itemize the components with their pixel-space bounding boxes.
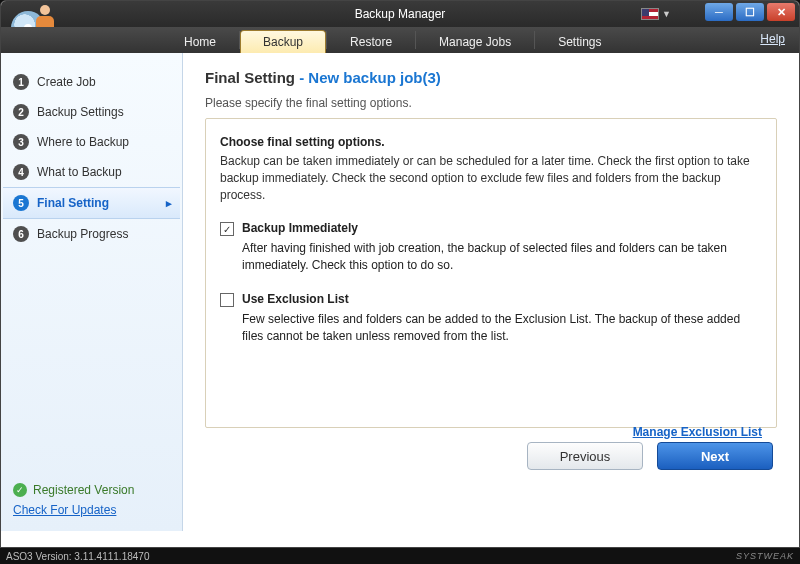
heading-section: Final Setting	[205, 69, 295, 86]
tab-settings[interactable]: Settings	[535, 30, 624, 53]
step-label: Backup Settings	[37, 105, 124, 119]
tab-home[interactable]: Home	[161, 30, 239, 53]
minimize-button[interactable]: ─	[705, 3, 733, 21]
language-dropdown-icon[interactable]: ▼	[662, 9, 671, 19]
step-label: Final Setting	[37, 196, 109, 210]
heading-jobname: New backup job(3)	[308, 69, 441, 86]
step-number-icon: 2	[13, 104, 29, 120]
panel-description: Backup can be taken immediately or can b…	[220, 153, 762, 203]
step-label: What to Backup	[37, 165, 122, 179]
use-exclusion-list-description: Few selective files and folders can be a…	[242, 311, 762, 345]
step-number-icon: 4	[13, 164, 29, 180]
wizard-step-where-to-backup[interactable]: 3Where to Backup	[3, 127, 180, 157]
step-number-icon: 5	[13, 195, 29, 211]
backup-immediately-checkbox[interactable]: ✓	[220, 222, 234, 236]
wizard-step-backup-progress[interactable]: 6Backup Progress	[3, 219, 180, 249]
step-label: Where to Backup	[37, 135, 129, 149]
step-number-icon: 6	[13, 226, 29, 242]
registered-status: ✓ Registered Version	[13, 483, 170, 497]
tab-restore[interactable]: Restore	[327, 30, 415, 53]
tab-manage-jobs[interactable]: Manage Jobs	[416, 30, 534, 53]
wizard-step-backup-settings[interactable]: 2Backup Settings	[3, 97, 180, 127]
registered-label: Registered Version	[33, 483, 134, 497]
step-number-icon: 3	[13, 134, 29, 150]
wizard-step-create-job[interactable]: 1Create Job	[3, 67, 180, 97]
wizard-step-final-setting[interactable]: 5Final Setting	[3, 187, 180, 219]
use-exclusion-list-label: Use Exclusion List	[242, 292, 349, 307]
close-button[interactable]: ✕	[767, 3, 795, 21]
next-button[interactable]: Next	[657, 442, 773, 470]
page-heading: Final Setting - New backup job(3)	[205, 69, 777, 86]
tab-backup[interactable]: Backup	[240, 30, 326, 53]
maximize-button[interactable]: ☐	[736, 3, 764, 21]
previous-button[interactable]: Previous	[527, 442, 643, 470]
backup-immediately-description: After having finished with job creation,…	[242, 240, 762, 274]
wizard-step-what-to-backup[interactable]: 4What to Backup	[3, 157, 180, 187]
use-exclusion-list-checkbox[interactable]	[220, 293, 234, 307]
check-updates-link[interactable]: Check For Updates	[13, 503, 170, 517]
step-label: Backup Progress	[37, 227, 128, 241]
version-text: ASO3 Version: 3.11.4111.18470	[6, 551, 149, 562]
backup-immediately-label: Backup Immediately	[242, 221, 358, 236]
step-label: Create Job	[37, 75, 96, 89]
options-panel: Choose final setting options. Backup can…	[205, 118, 777, 428]
page-subtitle: Please specify the final setting options…	[205, 96, 777, 110]
panel-title: Choose final setting options.	[220, 135, 762, 149]
window-title: Backup Manager	[355, 7, 446, 21]
language-flag-icon[interactable]	[641, 8, 659, 20]
help-link[interactable]: Help	[760, 32, 785, 46]
step-number-icon: 1	[13, 74, 29, 90]
check-circle-icon: ✓	[13, 483, 27, 497]
brand-text: SYSTWEAK	[736, 551, 794, 561]
